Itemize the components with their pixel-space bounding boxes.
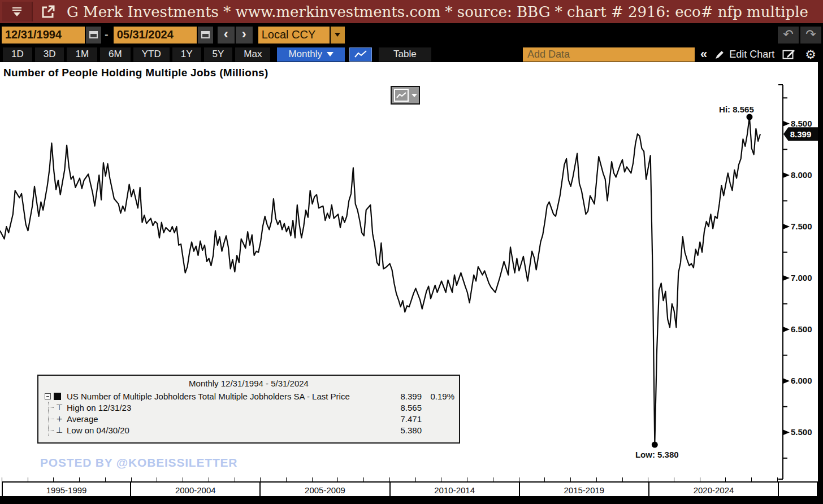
x-axis-group-label: 2010-2014: [391, 483, 520, 497]
range-1y-button[interactable]: 1Y: [172, 47, 201, 62]
end-date-input[interactable]: [114, 27, 197, 44]
calendar-icon: [201, 31, 210, 38]
pencil-icon: [715, 50, 725, 59]
shift-range-back-button[interactable]: ‹: [218, 27, 235, 44]
low-marker-icon: ⊥: [55, 425, 64, 435]
chart-area: Number of People Holding Multiple Jobs (…: [0, 62, 823, 504]
legend-average-row: + Average 7.471: [38, 413, 459, 424]
bottom-strip: [0, 496, 823, 504]
y-tick-label: 8.500: [791, 119, 812, 128]
range-5y-button[interactable]: 5Y: [204, 47, 233, 62]
low-annotation: Low: 5.380: [635, 450, 679, 459]
high-value: 8.565: [384, 403, 422, 412]
y-tick-label: 7.500: [791, 221, 812, 231]
menu-collapse-icon: [12, 7, 21, 16]
range-1m-button[interactable]: 1M: [67, 47, 97, 62]
redo-icon: ↷: [805, 27, 816, 41]
calendar-icon: [89, 31, 98, 38]
chevron-right-icon: ›: [242, 27, 246, 42]
expander-icon[interactable]: [45, 393, 51, 399]
x-axis-group-label: 2020-2024: [649, 483, 779, 497]
collapse-panel-button[interactable]: «: [700, 47, 707, 62]
edit-chart-button[interactable]: Edit Chart: [715, 49, 774, 60]
chevron-down-icon: [327, 52, 333, 57]
date-bar: - ‹ › Local CCY ↶ ↷: [0, 23, 823, 46]
undo-icon: ↶: [783, 27, 793, 41]
legend-series-row: US Number of Multiple Jobholders Total M…: [38, 390, 459, 402]
chevron-down-icon: [335, 33, 340, 37]
hi-dot: [746, 114, 752, 120]
y-major-tick: [783, 429, 790, 435]
chevron-left-icon: ‹: [224, 27, 228, 42]
x-axis-year-ticks: [2, 477, 779, 481]
date-range-separator: -: [105, 28, 109, 41]
right-strip: [818, 62, 823, 504]
series-color-swatch: [54, 393, 61, 400]
add-data-input[interactable]: [523, 47, 695, 62]
high-label: High on 12/31/23: [67, 403, 384, 412]
range-3d-button[interactable]: 3D: [35, 47, 64, 62]
undo-button[interactable]: ↶: [778, 27, 799, 44]
chevron-down-icon: [412, 94, 417, 97]
y-tick-label: 5.500: [791, 427, 812, 437]
export-button[interactable]: [35, 2, 61, 21]
series-change-pct: 0.19%: [422, 392, 454, 401]
low-label: Low on 04/30/20: [67, 425, 384, 435]
currency-select[interactable]: Local CCY: [258, 27, 330, 44]
panel-menu-button[interactable]: [2, 2, 33, 21]
series-last-price: 8.399: [384, 392, 422, 401]
watermark: POSTED BY @KOBEISSILETTER: [40, 456, 237, 470]
start-date-calendar-button[interactable]: [86, 27, 101, 44]
window-title: G Merk Investments * www.merkinvestments…: [67, 3, 808, 20]
chart-style-button[interactable]: [391, 86, 420, 105]
currency-dropdown-button[interactable]: [331, 27, 345, 44]
legend-high-row: ⊤ High on 12/31/23 8.565: [38, 402, 459, 413]
chart-type-button[interactable]: [349, 47, 372, 62]
average-value: 7.471: [384, 414, 422, 424]
legend-header: Monthly 12/31/1994 - 5/31/2024: [38, 376, 459, 390]
chart-toolbar: 1D 3D 1M 6M YTD 1Y 5Y Max Monthly Table …: [0, 46, 823, 62]
shift-range-forward-button[interactable]: ›: [236, 27, 253, 44]
y-major-tick: [783, 224, 790, 229]
range-ytd-button[interactable]: YTD: [133, 47, 170, 62]
y-major-tick: [783, 275, 790, 281]
y-tick-label: 7.000: [791, 273, 812, 283]
line-chart-icon: [354, 50, 367, 59]
y-major-tick: [783, 172, 790, 178]
range-1d-button[interactable]: 1D: [3, 47, 32, 62]
frequency-value: Monthly: [288, 49, 322, 60]
low-dot: [652, 442, 658, 448]
line-chart-icon: [394, 89, 409, 102]
annotate-chart-icon: [782, 49, 796, 60]
range-6m-button[interactable]: 6M: [100, 47, 131, 62]
y-major-tick: [783, 327, 790, 332]
x-axis-group-label: 2015-2019: [520, 483, 649, 497]
x-axis-group-label: 2000-2004: [131, 483, 261, 497]
hi-annotation: Hi: 8.565: [719, 105, 754, 114]
frequency-dropdown[interactable]: Monthly: [277, 47, 345, 62]
last-price-badge: 8.399: [783, 127, 818, 141]
y-major-tick: [783, 121, 790, 127]
legend-low-row: ⊥ Low on 04/30/20 5.380: [38, 424, 459, 436]
x-axis-group-label: 1995-1999: [2, 483, 131, 497]
range-max-button[interactable]: Max: [235, 47, 270, 62]
annotate-chart-button[interactable]: [782, 49, 796, 60]
legend-box: Monthly 12/31/1994 - 5/31/2024 US Number…: [37, 375, 460, 444]
title-bar: G Merk Investments * www.merkinvestments…: [0, 0, 823, 23]
redo-button[interactable]: ↷: [800, 27, 821, 44]
end-date-calendar-button[interactable]: [198, 27, 213, 44]
average-label: Average: [67, 414, 384, 424]
y-tick-label: 6.500: [791, 324, 812, 334]
bloomberg-chart-window: G Merk Investments * www.merkinvestments…: [0, 0, 823, 504]
x-axis-empty-cell: [779, 483, 818, 497]
low-value: 5.380: [384, 425, 422, 435]
average-marker-icon: +: [55, 414, 64, 423]
start-date-input[interactable]: [2, 27, 85, 44]
high-marker-icon: ⊤: [55, 403, 64, 412]
y-major-tick: [783, 378, 790, 384]
table-view-button[interactable]: Table: [379, 47, 431, 62]
y-tick-label: 8.000: [791, 170, 812, 180]
settings-gear-icon[interactable]: ⚙: [805, 47, 816, 62]
series-label: US Number of Multiple Jobholders Total M…: [67, 392, 384, 401]
y-tick-label: 6.000: [791, 376, 812, 385]
